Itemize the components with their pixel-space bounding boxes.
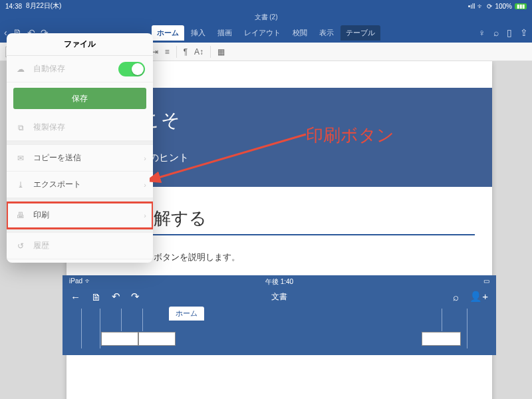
menu-export-label: エクスポート [33,179,81,190]
emb-doc-title: 文書 [271,291,287,303]
menu-export[interactable]: ⤓ エクスポート › [7,172,153,198]
chevron-right-icon: › [144,154,146,162]
status-time: 14:38 [5,3,22,10]
menu-print-label: 印刷 [33,209,49,221]
paragraph-button[interactable]: ¶ [184,47,188,57]
menu-history[interactable]: ↺ 履歴 [7,233,153,259]
tab-review[interactable]: 校閲 [287,25,313,41]
tab-insert[interactable]: 挿入 [186,25,211,41]
tab-draw[interactable]: 描画 [212,25,237,41]
send-icon: ✉ [15,152,27,164]
emb-search-icon: ⌕ [453,291,459,303]
emb-redo-icon: ↷ [131,291,140,303]
mobile-view-icon[interactable]: ▯ [507,27,512,38]
tab-view[interactable]: 表示 [314,25,339,41]
chevron-right-icon: › [144,181,146,189]
callout-line [142,309,143,331]
chevron-right-icon: › [144,211,146,219]
callout-line [81,309,82,348]
callout-line [467,309,467,348]
autosave-toggle[interactable] [118,62,145,76]
document-title-bar: 文書 (2) [0,12,532,23]
wifi-icon: ᯤ [477,3,484,10]
ribbon-tabs: ホーム 挿入 描画 レイアウト 校閲 表示 テーブル [152,25,380,41]
share-icon[interactable]: ⇪ [520,27,528,38]
callout-line [100,309,100,348]
insert-object-button[interactable]: ▦ [217,47,225,57]
separator [176,46,177,58]
export-icon: ⤓ [15,179,27,191]
emb-back-icon: ← [70,291,80,303]
menu-send-copy-label: コピーを送信 [33,152,81,164]
orientation-lock-icon: ⟳ [487,3,492,10]
document-title: 文書 (2) [255,13,278,22]
emb-adduser-icon: 👤+ [469,291,488,303]
callout-line [442,309,442,331]
callout-line [121,309,122,331]
menu-autosave[interactable]: ☁ 自動保存 [7,56,153,82]
emb-callout-redo: やり直し [138,332,176,346]
emb-battery-icon: ▭ [483,277,489,285]
lightbulb-icon[interactable]: ♀ [479,27,486,38]
status-date: 8月22日(木) [26,1,61,11]
tab-home[interactable]: ホーム [152,25,184,41]
emb-callout-search: 検索/置換 [422,332,461,346]
emb-device: iPad [69,277,82,285]
emb-file-icon: 🗎 [91,291,101,303]
save-button[interactable]: 保存 [13,88,146,109]
search-icon[interactable]: ⌕ [493,27,499,38]
battery-pct: 100% [495,3,512,10]
menu-duplicate-label: 複製保存 [33,122,65,133]
align-button[interactable]: ≡ [165,47,170,57]
separator [210,46,211,58]
cloud-icon: ☁ [15,63,27,75]
duplicate-icon: ⧉ [15,122,27,134]
menu-properties[interactable]: ⓘ プロパティ › [7,259,153,263]
menu-send-copy[interactable]: ✉ コピーを送信 › [7,145,153,172]
history-icon: ↺ [15,240,27,252]
tab-layout[interactable]: レイアウト [239,25,286,41]
emb-clock: 午後 1:40 [265,277,293,287]
file-menu-popover: ファイル ☁ 自動保存 保存 ⧉ 複製保存 ✉ コピーを送信 › ⤓ エクスポー… [7,33,153,263]
tab-table[interactable]: テーブル [340,25,380,41]
file-menu-title: ファイル [7,33,153,56]
print-icon: 🖶 [15,209,27,221]
emb-undo-icon: ↶ [112,291,120,303]
emb-tab-home: ホーム [169,307,204,321]
emb-callout-undo: 元に戻す [101,332,138,346]
menu-print[interactable]: 🖶 印刷 › [7,202,153,229]
embedded-screenshot: iPad ᯤ 午後 1:40 ▭ ← 🗎 ↶ ↷ 文書 ⌕ 👤+ ホーム 元に戻… [63,275,496,355]
ipad-status-bar: 14:38 8月22日(木) •ıll ᯤ ⟳ 100% ▮▮▮ [0,0,532,12]
menu-duplicate[interactable]: ⧉ 複製保存 [7,114,153,141]
emb-wifi-icon: ᯤ [85,277,92,285]
battery-icon: ▮▮▮ [515,3,527,9]
styles-button[interactable]: A↕ [194,47,203,57]
menu-history-label: 履歴 [33,240,49,251]
signal-icon: •ıll [468,3,475,10]
menu-autosave-label: 自動保存 [33,63,65,74]
